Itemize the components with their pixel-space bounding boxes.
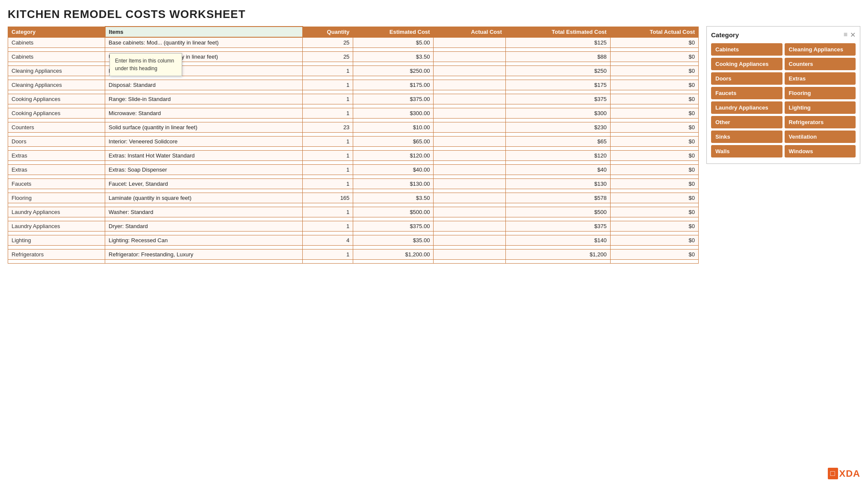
spacer-cell [8, 104, 105, 108]
cell-estimated-cost: $40.00 [353, 165, 434, 175]
cell-actual-cost[interactable] [434, 108, 505, 119]
sidebar-category-button[interactable]: Laundry Appliances [711, 101, 782, 114]
cell-actual-cost[interactable] [434, 122, 505, 133]
cell-actual-cost[interactable] [434, 94, 505, 104]
cell-total-actual: $0 [610, 179, 698, 189]
cell-total-actual: $0 [610, 249, 698, 260]
cell-actual-cost[interactable] [434, 207, 505, 217]
cell-items[interactable]: Laminate (quantity in square feet) [105, 193, 303, 203]
spacer-cell [303, 189, 353, 193]
spacer-cell [434, 246, 505, 249]
spacer-cell [434, 133, 505, 137]
cell-estimated-cost: $175.00 [353, 80, 434, 90]
cell-items[interactable]: Solid surface (quantity in linear feet) [105, 122, 303, 133]
cell-estimated-cost: $300.00 [353, 108, 434, 119]
cell-items[interactable]: Refrigerator: Freestanding, Luxury [105, 249, 303, 260]
spacer-cell [353, 48, 434, 52]
spacer-cell [505, 62, 610, 66]
cell-total-estimated: $175 [505, 80, 610, 90]
sidebar-category-button[interactable]: Walls [711, 145, 782, 157]
cell-items[interactable]: Interior: Veneered Solidcore [105, 137, 303, 147]
spacer-cell [8, 133, 105, 137]
sidebar-category-button[interactable]: Windows [785, 145, 856, 157]
spacer-cell [105, 189, 303, 193]
cell-actual-cost[interactable] [434, 235, 505, 246]
spacer-cell [505, 189, 610, 193]
cell-actual-cost[interactable] [434, 249, 505, 260]
spacer-cell [303, 90, 353, 94]
cell-items[interactable]: Base cabinets: Mod... (quantity in linea… [105, 37, 303, 48]
cell-actual-cost[interactable] [434, 151, 505, 161]
cell-estimated-cost: $375.00 [353, 221, 434, 232]
sidebar-category-button[interactable]: Refrigerators [785, 116, 856, 128]
cell-actual-cost[interactable] [434, 80, 505, 90]
cell-actual-cost[interactable] [434, 165, 505, 175]
cell-items[interactable]: Microwave: Standard [105, 108, 303, 119]
sidebar-category-button[interactable]: Other [711, 116, 782, 128]
cell-quantity: 1 [303, 66, 353, 76]
cell-quantity: 1 [303, 80, 353, 90]
cell-total-actual: $0 [610, 122, 698, 133]
cell-actual-cost[interactable] [434, 179, 505, 189]
cell-items[interactable]: Extras: Soap Dispenser [105, 165, 303, 175]
sidebar-category-button[interactable]: Sinks [711, 131, 782, 143]
cell-actual-cost[interactable] [434, 52, 505, 62]
cell-actual-cost[interactable] [434, 221, 505, 232]
sidebar-category-button[interactable]: Ventilation [785, 131, 856, 143]
cell-total-actual: $0 [610, 221, 698, 232]
sidebar-category-button[interactable]: Flooring [785, 87, 856, 99]
col-header-category: Category [8, 27, 105, 37]
cell-actual-cost[interactable] [434, 137, 505, 147]
spacer-cell [610, 189, 698, 193]
cell-category: Lighting [8, 235, 105, 246]
spacer-cell [8, 119, 105, 122]
spacer-cell [105, 161, 303, 165]
cell-items[interactable]: Faucet: Lever, Standard [105, 179, 303, 189]
cell-category: Cleaning Appliances [8, 66, 105, 76]
sidebar-category-button[interactable]: Lighting [785, 101, 856, 114]
cell-total-estimated: $88 [505, 52, 610, 62]
cell-category: Counters [8, 122, 105, 133]
col-header-total-actual: Total Actual Cost [610, 27, 698, 37]
cell-category: Faucets [8, 179, 105, 189]
cell-estimated-cost: $10.00 [353, 122, 434, 133]
spacer-cell [610, 246, 698, 249]
xda-logo: □ XDA [828, 468, 860, 479]
cell-total-actual: $0 [610, 66, 698, 76]
sidebar-category-button[interactable]: Doors [711, 72, 782, 85]
cell-actual-cost[interactable] [434, 37, 505, 48]
cell-category: Cabinets [8, 52, 105, 62]
cell-items[interactable]: Dryer: Standard [105, 221, 303, 232]
spacer-cell [353, 203, 434, 207]
filter-icon[interactable]: ≡ [844, 31, 847, 39]
spacer-cell [303, 119, 353, 122]
spacer-cell [610, 260, 698, 264]
sidebar-category-button[interactable]: Cooking Appliances [711, 58, 782, 70]
cell-total-actual: $0 [610, 235, 698, 246]
sidebar-category-button[interactable]: Cabinets [711, 43, 782, 56]
spacer-cell [610, 175, 698, 179]
sidebar-category-button[interactable]: Extras [785, 72, 856, 85]
cell-items[interactable]: Lighting: Recessed Can [105, 235, 303, 246]
spacer-cell [610, 203, 698, 207]
cell-items[interactable]: Range: Slide-in Standard [105, 94, 303, 104]
cell-estimated-cost: $500.00 [353, 207, 434, 217]
spacer-cell [105, 260, 303, 264]
cell-quantity: 1 [303, 249, 353, 260]
close-icon[interactable]: ✕ [850, 31, 856, 39]
cell-items[interactable]: Washer: Standard [105, 207, 303, 217]
cell-total-actual: $0 [610, 137, 698, 147]
spacer-cell [303, 260, 353, 264]
col-header-actual-cost: Actual Cost [434, 27, 505, 37]
sidebar-category-button[interactable]: Cleaning Appliances [785, 43, 856, 56]
cell-category: Cabinets [8, 37, 105, 48]
cell-items[interactable]: Extras: Instant Hot Water Standard [105, 151, 303, 161]
cell-actual-cost[interactable] [434, 193, 505, 203]
sidebar-title: Category [711, 31, 739, 39]
sidebar-category-button[interactable]: Faucets [711, 87, 782, 99]
sidebar-category-button[interactable]: Counters [785, 58, 856, 70]
cell-actual-cost[interactable] [434, 66, 505, 76]
cell-items[interactable]: Disposal: Standard [105, 80, 303, 90]
page-title: KITCHEN REMODEL COSTS WORKSHEET [8, 8, 860, 21]
spacer-cell [505, 90, 610, 94]
